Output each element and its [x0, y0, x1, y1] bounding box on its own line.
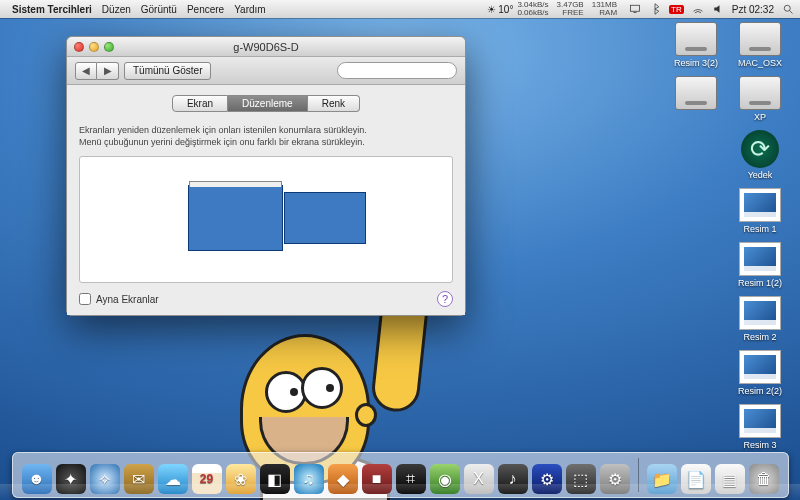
airport-icon[interactable] — [692, 3, 704, 15]
image-file-icon — [739, 296, 781, 330]
net-stats: 3.04kB/s0.06kB/s — [517, 1, 548, 17]
menu-window[interactable]: Pencere — [187, 4, 224, 15]
image-file-icon — [739, 242, 781, 276]
dock-app-iphoto[interactable]: ❀ — [226, 464, 256, 494]
dock-app-x11[interactable]: X — [464, 464, 494, 494]
mirror-displays-checkbox[interactable] — [79, 293, 91, 305]
desktop-icon-label: Resim 3(2) — [674, 58, 718, 68]
desktop-icon-label: XP — [754, 112, 766, 122]
dock-app-safari[interactable]: ✧ — [90, 464, 120, 494]
forward-button[interactable]: ▶ — [97, 62, 119, 80]
bluetooth-icon[interactable] — [649, 3, 661, 15]
svg-rect-0 — [631, 5, 640, 11]
app-menu[interactable]: Sistem Tercihleri — [12, 4, 92, 15]
dock-app-dashboard[interactable]: ✦ — [56, 464, 86, 494]
dock-app-finder[interactable]: ☻ — [22, 464, 52, 494]
dock-app-preview[interactable]: ◧ — [260, 464, 290, 494]
dock-documents[interactable]: 📄 — [681, 464, 711, 494]
dock-trash[interactable]: 🗑 — [749, 464, 779, 494]
search-field[interactable] — [337, 62, 457, 79]
weather-menuextra[interactable]: ☀ 10° — [487, 4, 513, 15]
dock-app-mail[interactable]: ✉ — [124, 464, 154, 494]
spotlight-icon[interactable] — [782, 3, 794, 15]
show-all-button[interactable]: Tümünü Göster — [124, 62, 211, 80]
dock-app-app5[interactable]: ⬚ — [566, 464, 596, 494]
desktop-icon[interactable]: Resim 2 — [728, 296, 792, 342]
disk-stats: 3.47GBFREE — [557, 1, 584, 17]
hard-drive-icon — [739, 76, 781, 110]
dock-app-app2[interactable]: ■ — [362, 464, 392, 494]
volume-icon[interactable] — [712, 3, 724, 15]
dock-app-nettool[interactable]: ⚙ — [532, 464, 562, 494]
svg-rect-1 — [634, 12, 637, 13]
window-titlebar[interactable]: g-W90D6S-D — [67, 37, 465, 57]
display-tabs: Ekran Düzenleme Renk — [79, 95, 453, 112]
system-preferences-window: g-W90D6S-D ◀ ▶ Tümünü Göster Ekran Düzen… — [66, 36, 466, 316]
back-button[interactable]: ◀ — [75, 62, 97, 80]
desktop-icon-label: Yedek — [748, 170, 773, 180]
dock-app-ical[interactable]: 29 — [192, 464, 222, 494]
menu-edit[interactable]: Düzen — [102, 4, 131, 15]
window-toolbar: ◀ ▶ Tümünü Göster — [67, 57, 465, 85]
hard-drive-icon — [675, 76, 717, 110]
desktop-icons: Resim 3(2)MAC_OSXXPYedekResim 1Resim 1(2… — [664, 22, 794, 458]
desktop-icon[interactable]: Resim 3(2) — [664, 22, 728, 68]
tab-arrange[interactable]: Düzenleme — [228, 95, 308, 112]
help-button[interactable]: ? — [437, 291, 453, 307]
desktop-icon[interactable]: Yedek — [728, 130, 792, 180]
svg-point-2 — [784, 5, 790, 11]
svg-line-3 — [790, 11, 793, 14]
desktop-icon-label: Resim 3 — [743, 440, 776, 450]
desktop-icon[interactable]: XP — [728, 76, 792, 122]
desktop-icon[interactable]: Resim 1(2) — [728, 242, 792, 288]
menu-help[interactable]: Yardım — [234, 4, 266, 15]
desktop-icon[interactable]: Resim 2(2) — [728, 350, 792, 396]
image-file-icon — [739, 188, 781, 222]
timemachine-icon — [741, 130, 779, 168]
tab-display[interactable]: Ekran — [172, 95, 228, 112]
dock: ☻✦✧✉☁29❀◧♫◆■⌗◉X♪⚙⬚⚙📁📄▤🗑 — [12, 452, 789, 498]
ram-stats: 131MBRAM — [592, 1, 617, 17]
hard-drive-icon — [675, 22, 717, 56]
dock-app-ichat[interactable]: ☁ — [158, 464, 188, 494]
dock-app-audio[interactable]: ♪ — [498, 464, 528, 494]
dock-stack[interactable]: ▤ — [715, 464, 745, 494]
dock-app-app3[interactable]: ⌗ — [396, 464, 426, 494]
display-arrangement-area[interactable] — [79, 156, 453, 283]
desktop-icon-label: Resim 1 — [743, 224, 776, 234]
dock-container: ☻✦✧✉☁29❀◧♫◆■⌗◉X♪⚙⬚⚙📁📄▤🗑 — [0, 452, 800, 500]
dock-app-sysprefs[interactable]: ⚙ — [600, 464, 630, 494]
desktop-icon-label: MAC_OSX — [738, 58, 782, 68]
desktop-icon[interactable]: MAC_OSX — [728, 22, 792, 68]
desktop-icon[interactable] — [664, 76, 728, 122]
display-menuextra-icon[interactable] — [629, 3, 641, 15]
desktop-icon-label: Resim 2(2) — [738, 386, 782, 396]
image-file-icon — [739, 404, 781, 438]
dock-separator — [638, 458, 639, 492]
dock-app-app4[interactable]: ◉ — [430, 464, 460, 494]
desktop-icon-label: Resim 2 — [743, 332, 776, 342]
dock-downloads[interactable]: 📁 — [647, 464, 677, 494]
dock-app-app1[interactable]: ◆ — [328, 464, 358, 494]
image-file-icon — [739, 350, 781, 384]
monitor-primary[interactable] — [188, 185, 283, 251]
arrange-instructions: Ekranları yeniden düzenlemek için onları… — [79, 124, 453, 148]
dock-app-itunes[interactable]: ♫ — [294, 464, 324, 494]
desktop-icon-label: Resim 1(2) — [738, 278, 782, 288]
window-title: g-W90D6S-D — [67, 41, 465, 53]
menu-view[interactable]: Görüntü — [141, 4, 177, 15]
desktop-icon[interactable]: Resim 1 — [728, 188, 792, 234]
monitor-secondary[interactable] — [284, 192, 366, 244]
menubar: Sistem Tercihleri Düzen Görüntü Pencere … — [0, 0, 800, 18]
tab-color[interactable]: Renk — [308, 95, 360, 112]
desktop-icon[interactable]: Resim 3 — [728, 404, 792, 450]
mirror-displays-label: Ayna Ekranlar — [96, 294, 432, 305]
keyboard-layout[interactable]: TR — [669, 5, 684, 14]
search-input[interactable] — [346, 65, 458, 76]
hard-drive-icon — [739, 22, 781, 56]
clock[interactable]: Pzt 02:32 — [732, 4, 774, 15]
